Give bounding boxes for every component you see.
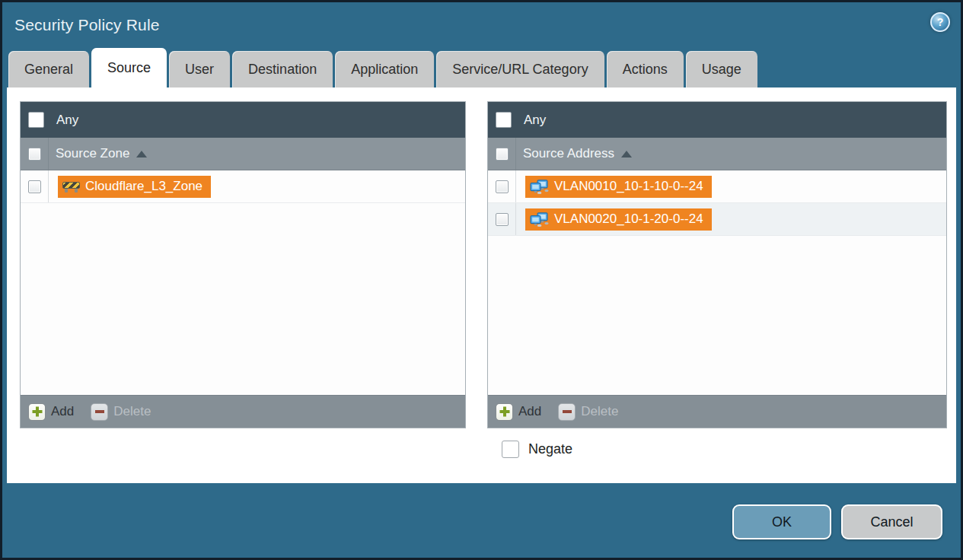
tab-destination[interactable]: Destination	[232, 51, 333, 88]
source-address-select-all-cell	[488, 138, 516, 170]
address-chip[interactable]: VLAN0010_10-1-10-0--24	[525, 176, 712, 198]
source-address-any-bar: Any	[488, 102, 946, 138]
zone-row-checkbox[interactable]	[28, 180, 41, 193]
source-address-panel: Any Source Address	[487, 101, 947, 428]
address-chip-label: VLAN0010_10-1-10-0--24	[554, 179, 703, 194]
help-icon[interactable]: ?	[930, 12, 950, 32]
source-zone-select-all-cell	[21, 138, 49, 170]
address-row[interactable]: VLAN0010_10-1-10-0--24	[488, 170, 946, 203]
source-address-any-label: Any	[524, 113, 546, 128]
source-zone-delete-button[interactable]: Delete	[91, 403, 151, 421]
delete-button-label: Delete	[113, 404, 151, 419]
address-row-checkbox-cell	[488, 203, 516, 235]
source-address-any-checkbox[interactable]	[496, 112, 512, 128]
source-address-select-all-checkbox[interactable]	[496, 148, 509, 161]
tab-strip: General Source User Destination Applicat…	[2, 48, 961, 88]
address-row[interactable]: VLAN0020_10-1-20-0--24	[488, 203, 946, 236]
tab-actions[interactable]: Actions	[607, 51, 684, 88]
address-row-checkbox[interactable]	[496, 213, 509, 226]
negate-label: Negate	[528, 441, 572, 457]
source-tab-content: Any Source Zone	[7, 88, 956, 483]
tab-general[interactable]: General	[8, 51, 89, 88]
sort-ascending-icon[interactable]	[621, 151, 632, 158]
source-address-add-button[interactable]: Add	[496, 403, 541, 421]
zone-row-checkbox-cell	[21, 170, 49, 202]
source-address-footer: Add Delete	[488, 395, 946, 428]
address-chip[interactable]: VLAN0020_10-1-20-0--24	[525, 208, 712, 231]
add-button-label: Add	[51, 404, 74, 419]
plus-icon	[28, 403, 46, 421]
ok-button[interactable]: OK	[732, 504, 831, 539]
zone-icon	[62, 180, 80, 192]
address-row-checkbox-cell	[488, 170, 516, 202]
plus-icon	[496, 403, 513, 421]
security-policy-rule-dialog: Security Policy Rule ? General Source Us…	[0, 0, 963, 560]
add-button-label: Add	[518, 404, 541, 419]
address-icon	[530, 180, 549, 194]
address-icon	[530, 212, 549, 227]
zone-chip[interactable]: Cloudflare_L3_Zone	[58, 176, 211, 198]
source-zone-any-checkbox[interactable]	[28, 112, 44, 128]
tab-application[interactable]: Application	[335, 51, 434, 88]
source-zone-column-label[interactable]: Source Zone	[56, 146, 129, 161]
tab-source[interactable]: Source	[91, 48, 167, 88]
source-zone-column-header[interactable]: Source Zone	[21, 138, 465, 170]
dialog-titlebar: Security Policy Rule ?	[2, 2, 961, 48]
zone-chip-label: Cloudflare_L3_Zone	[85, 179, 202, 194]
address-row-checkbox[interactable]	[496, 180, 509, 193]
dialog-title: Security Policy Rule	[14, 16, 160, 34]
source-address-list: VLAN0010_10-1-10-0--24 VLAN0020_10-1-20-…	[488, 170, 946, 395]
tab-usage[interactable]: Usage	[686, 51, 757, 88]
minus-icon	[91, 403, 108, 421]
source-zone-panel: Any Source Zone	[20, 101, 466, 428]
source-zone-footer: Add Delete	[21, 395, 465, 428]
negate-checkbox[interactable]	[502, 441, 519, 458]
tab-service-url-category[interactable]: Service/URL Category	[436, 51, 604, 88]
source-zone-any-bar: Any	[21, 102, 465, 138]
minus-icon	[558, 403, 576, 421]
sort-ascending-icon[interactable]	[136, 151, 147, 158]
source-zone-any-label: Any	[56, 113, 78, 128]
source-address-column-header[interactable]: Source Address	[488, 138, 946, 170]
source-address-delete-button[interactable]: Delete	[558, 403, 618, 421]
negate-row: Negate	[502, 441, 956, 458]
address-chip-label: VLAN0020_10-1-20-0--24	[554, 212, 703, 227]
source-address-column-label[interactable]: Source Address	[523, 146, 614, 161]
dialog-footer: OK Cancel	[2, 483, 961, 558]
source-zone-list: Cloudflare_L3_Zone	[21, 170, 465, 395]
delete-button-label: Delete	[581, 404, 618, 419]
source-zone-select-all-checkbox[interactable]	[28, 148, 41, 161]
zone-row[interactable]: Cloudflare_L3_Zone	[21, 170, 465, 203]
tab-user[interactable]: User	[169, 51, 230, 88]
source-zone-add-button[interactable]: Add	[28, 403, 74, 421]
cancel-button[interactable]: Cancel	[841, 504, 942, 539]
